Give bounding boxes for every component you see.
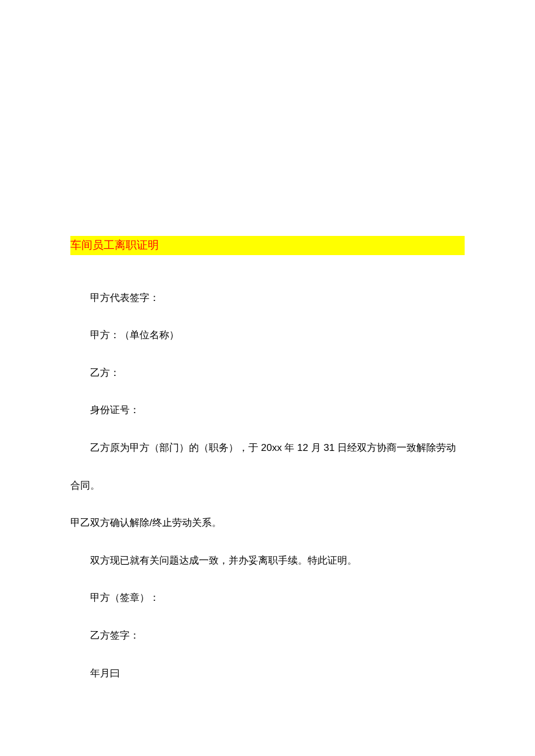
party-b: 乙方： — [70, 354, 465, 392]
id-number: 身份证号： — [70, 392, 465, 429]
conclusion: 双方现已就有关问题达成一致，并办妥离职手续。特此证明。 — [70, 542, 465, 580]
party-b-sign: 乙方签字： — [70, 617, 465, 655]
date-line: 年月曰 — [70, 655, 465, 693]
main-statement-2: 甲乙双方确认解除/终止劳动关系。 — [70, 504, 465, 542]
party-a-name: 甲方：（单位名称） — [70, 317, 465, 354]
party-a-seal: 甲方（签章）： — [70, 579, 465, 617]
party-a-rep-sign: 甲方代表签字： — [70, 280, 465, 317]
document-title: 车间员工离职证明 — [70, 236, 465, 255]
document-page: 车间员工离职证明 甲方代表签字： 甲方：（单位名称） 乙方： 身份证号： 乙方原… — [0, 0, 535, 692]
main-statement-1: 乙方原为甲方（部门）的（职务），于 20xx 年 12 月 31 日经双方协商一… — [70, 429, 465, 504]
document-body: 甲方代表签字： 甲方：（单位名称） 乙方： 身份证号： 乙方原为甲方（部门）的（… — [70, 280, 465, 693]
